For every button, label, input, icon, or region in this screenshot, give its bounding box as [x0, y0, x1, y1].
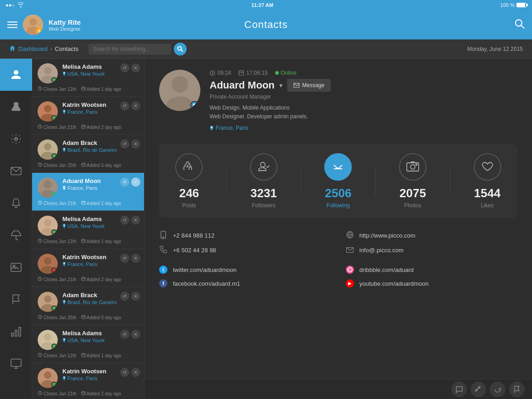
contact-item[interactable]: Katrin Wootsen France, Paris Closes Jan … [32, 249, 144, 287]
nav-item-stats[interactable] [0, 316, 32, 348]
contact-action-refresh[interactable]: ↺ [120, 254, 129, 263]
facebook-icon: f [159, 279, 167, 288]
contact-action-close[interactable]: ✕ [131, 368, 140, 377]
contact-added: Added 5 day ago [81, 315, 122, 320]
stat-photos: 2075 Photos [399, 153, 427, 209]
header-search-icon[interactable] [515, 19, 525, 31]
profile-clock: 17:06:15 [238, 70, 268, 76]
sidebar-nav [0, 59, 32, 399]
svg-point-85 [410, 165, 415, 169]
dribbble-handle[interactable]: dribbble.com/aduard [360, 266, 414, 273]
contact-item[interactable]: Adam Brack Brazil, Rio de Ganeiro Closes… [32, 287, 144, 325]
following-count: 2506 [325, 186, 352, 200]
svg-point-76 [172, 76, 188, 93]
contact-meta: Closes Jan 25th Added 5 day ago [38, 162, 139, 168]
nav-item-umbrella[interactable] [0, 219, 32, 251]
twitter-handle[interactable]: twitter.com/aduardmoon [173, 266, 237, 273]
svg-point-91 [348, 267, 352, 272]
search-input[interactable] [89, 44, 171, 55]
contact-added: Added 5 day ago [81, 162, 122, 168]
hamburger-menu[interactable] [7, 22, 17, 28]
posts-icon-circle [175, 153, 203, 181]
profile-online-status: Online [275, 70, 297, 76]
contact-action-refresh[interactable]: ↺ [120, 63, 129, 72]
nav-item-gallery[interactable] [0, 251, 32, 283]
phone-icon [159, 246, 167, 255]
posts-label: Posts [182, 202, 196, 209]
contact-action-close[interactable]: ✕ [131, 63, 140, 72]
contact-action-close[interactable]: ✕ [131, 216, 140, 225]
contact-action-close[interactable]: ✕ [131, 139, 140, 149]
chevron-down-icon[interactable]: ▾ [279, 82, 283, 89]
contact-closes: Closes Jan 21th [38, 391, 77, 396]
mobile-number: +2 844 988 112 [173, 232, 215, 239]
breadcrumb-home-icon [9, 45, 16, 53]
hamburger-line-2 [7, 24, 17, 25]
contact-actions: ↺ ✕ [120, 368, 140, 377]
svg-point-42 [64, 225, 65, 226]
nav-item-mail[interactable] [0, 155, 32, 187]
contact-item-active[interactable]: Aduard Moon France, Paris Closes Jan 21t… [32, 173, 144, 211]
contact-avatar [38, 177, 58, 198]
breadcrumb-home-label[interactable]: Dashboard [18, 45, 48, 52]
breadcrumb-separator: › [50, 46, 52, 52]
website-url: http://www.picco.com [360, 232, 416, 239]
nav-item-contacts[interactable] [0, 59, 32, 91]
contact-action-refresh[interactable]: ↺ [120, 330, 129, 339]
tool-button[interactable] [471, 382, 486, 397]
contact-actions: ↺ ✕ [120, 330, 140, 339]
nav-item-settings[interactable] [0, 123, 32, 155]
contact-action-close[interactable]: ✓ [131, 177, 140, 187]
contact-action-close[interactable]: ✕ [131, 254, 140, 263]
facebook-handle[interactable]: facebook.com/aduard.m1 [173, 280, 240, 287]
globe-icon [346, 231, 354, 240]
contact-action-close[interactable]: ✕ [131, 330, 140, 339]
photos-count: 2075 [399, 186, 426, 200]
contact-avatar [38, 63, 58, 83]
flag-button[interactable] [509, 382, 525, 397]
contact-avatar [38, 292, 58, 312]
svg-point-86 [416, 164, 417, 166]
contact-item[interactable]: Melisa Adams USA, New Yourk Closes Jan 1… [32, 325, 144, 363]
contact-meta: Closes Jan 21th Added 2 day ago [38, 391, 139, 396]
header: 5 Katty Rite Web Designer Contacts [0, 10, 532, 39]
status-dot [51, 115, 57, 121]
search-button[interactable] [174, 43, 187, 55]
nav-item-flags[interactable] [0, 283, 32, 316]
message-button[interactable]: Message [287, 79, 331, 92]
contact-action-refresh[interactable]: ↺ [120, 177, 129, 187]
contact-avatar [38, 368, 58, 388]
contact-item[interactable]: Katrin Wootsen France, Paris Closes Jan … [32, 363, 144, 399]
status-dot [51, 267, 57, 273]
info-row-website: http://www.picco.com [346, 231, 518, 240]
header-avatar[interactable]: 5 [23, 15, 43, 35]
refresh-button[interactable] [490, 382, 505, 397]
contact-item[interactable]: Melisa Adams USA, New Yourk Closes Jan 1… [32, 211, 144, 249]
contact-action-refresh[interactable]: ↺ [120, 216, 129, 225]
contact-item[interactable]: Melisa Adams USA, New Yourk Closes Jan 1… [32, 59, 144, 97]
svg-rect-13 [19, 327, 21, 336]
contact-actions: ↺ ✕ [120, 139, 140, 149]
nav-item-monitor[interactable] [0, 348, 32, 380]
contact-action-refresh[interactable]: ↺ [120, 139, 129, 149]
youtube-handle[interactable]: youtube.com/aduardmoon [360, 280, 429, 287]
breadcrumb-date: Monday, June 12 2015 [467, 46, 523, 52]
nav-item-notifications[interactable] [0, 187, 32, 219]
contact-action-close[interactable]: ✕ [131, 101, 140, 111]
stats-row: 246 Posts 3231 Followers [159, 144, 517, 218]
contact-action-refresh[interactable]: ↺ [120, 101, 129, 111]
chat-button[interactable] [451, 382, 467, 397]
info-row-email: info@.picco.com [346, 246, 518, 255]
contact-closes: Closes Jan 25th [38, 162, 77, 168]
nav-item-lab[interactable] [0, 91, 32, 123]
contact-action-close[interactable]: ✕ [131, 292, 140, 301]
contact-item[interactable]: Adam Brack Brazil, Rio de Ganeiro Closes… [32, 135, 144, 173]
contact-list: Melisa Adams USA, New Yourk Closes Jan 1… [32, 59, 144, 399]
contact-action-refresh[interactable]: ↺ [120, 292, 129, 301]
status-dot [51, 191, 57, 197]
breadcrumb-current-label: Contacts [55, 45, 78, 52]
contact-action-refresh[interactable]: ↺ [120, 368, 129, 377]
contact-actions: ↺ ✕ [120, 216, 140, 225]
contact-item[interactable]: Katrin Wootsen France, Paris Closes Jan … [32, 97, 144, 135]
svg-point-52 [44, 295, 51, 303]
